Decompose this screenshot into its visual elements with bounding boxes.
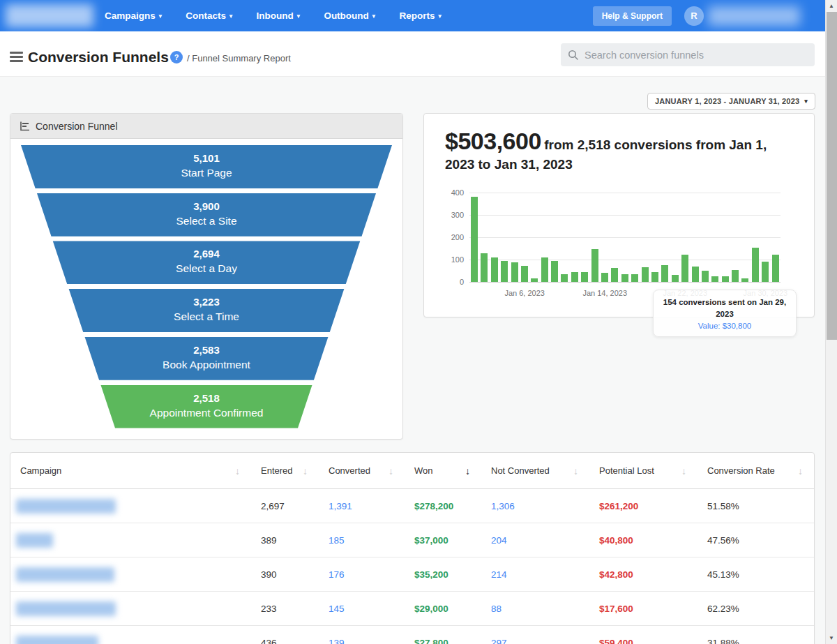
user-avatar[interactable]: R (684, 6, 704, 26)
campaign-link-redacted[interactable] (16, 533, 53, 548)
summary-headline: $503,600 from 2,518 conversions from Jan… (424, 114, 814, 172)
chart-bar-jan-29-2023[interactable] (752, 248, 759, 282)
cell-converted[interactable]: 1,391 (319, 501, 405, 511)
hamburger-menu-icon[interactable] (10, 52, 23, 62)
chart-bar-jan-14-2023[interactable] (601, 273, 608, 282)
cell-not-converted[interactable]: 204 (481, 535, 589, 546)
cell-campaign (10, 636, 251, 644)
cell-not-converted[interactable]: 297 (481, 638, 589, 644)
column-label: Campaign (20, 465, 61, 476)
chart-bar-jan-24-2023[interactable] (702, 271, 709, 282)
column-header-campaign[interactable]: Campaign↓ (10, 453, 251, 488)
campaign-link-redacted[interactable] (16, 636, 98, 644)
sort-arrow-icon[interactable]: ↓ (681, 465, 686, 477)
nav-item-outbound[interactable]: Outbound▾ (324, 10, 375, 21)
chart-bar-jan-5-2023[interactable] (511, 262, 518, 282)
chart-bar-jan-23-2023[interactable] (692, 267, 699, 282)
column-header-conversion-rate[interactable]: Conversion Rate↓ (698, 453, 814, 488)
chart-bar-jan-22-2023[interactable] (681, 255, 688, 282)
chart-bar-jan-17-2023[interactable] (631, 274, 638, 282)
funnel-stage-5[interactable]: 2,583Book Appointment (10, 337, 402, 380)
chart-bar-jan-19-2023[interactable] (651, 272, 658, 282)
chart-bar-jan-13-2023[interactable] (591, 249, 598, 282)
chart-bar-jan-25-2023[interactable] (711, 276, 718, 282)
stage-value: 2,518 (10, 392, 402, 404)
column-label: Entered (261, 465, 293, 476)
nav-item-label: Campaigns (105, 10, 156, 21)
chart-bar-jan-9-2023[interactable] (551, 261, 558, 282)
chart-bar-jan-8-2023[interactable] (541, 257, 548, 282)
scrollbar-up-arrow[interactable]: ▲ (826, 0, 837, 12)
sort-arrow-icon[interactable]: ↓ (573, 465, 578, 477)
sort-arrow-icon[interactable]: ↓ (798, 465, 803, 477)
chart-bar-jan-11-2023[interactable] (571, 272, 578, 282)
user-name-redacted[interactable] (708, 6, 800, 26)
campaign-link-redacted[interactable] (16, 567, 114, 582)
sort-arrow-active-icon[interactable]: ↓ (465, 465, 470, 477)
cell-converted[interactable]: 139 (319, 638, 405, 644)
cell-not-converted[interactable]: 214 (481, 569, 589, 580)
column-header-won[interactable]: Won↓ (405, 453, 481, 488)
nav-item-campaigns[interactable]: Campaigns▾ (105, 10, 162, 21)
chart-gridline (469, 215, 781, 216)
search-input[interactable] (585, 50, 794, 61)
chart-bar-jan-27-2023[interactable] (732, 270, 739, 282)
chart-bar-jan-2-2023[interactable] (481, 253, 488, 282)
cell-potential-lost: $17,600 (589, 604, 698, 614)
column-header-potential-lost[interactable]: Potential Lost↓ (589, 453, 698, 488)
chart-bar-jan-28-2023[interactable] (741, 278, 748, 282)
funnel-stage-3[interactable]: 2,694Select a Day (10, 241, 402, 284)
date-range-selector[interactable]: JANUARY 1, 2023 - JANUARY 31, 2023 ▾ (647, 93, 815, 110)
cell-conversion-rate: 31.88% (698, 638, 814, 644)
scrollbar-thumb[interactable] (827, 12, 837, 340)
nav-item-inbound[interactable]: Inbound▾ (257, 10, 301, 21)
chart-bar-jan-18-2023[interactable] (642, 267, 649, 282)
cell-converted[interactable]: 176 (319, 569, 405, 580)
chart-bar-jan-30-2023[interactable] (762, 262, 769, 282)
sort-arrow-icon[interactable]: ↓ (389, 465, 393, 477)
column-header-entered[interactable]: Entered↓ (251, 453, 319, 488)
cell-entered: 2,697 (251, 501, 319, 511)
chart-bar-jan-21-2023[interactable] (672, 275, 679, 282)
chart-bar-jan-3-2023[interactable] (491, 257, 498, 282)
cell-campaign (10, 567, 251, 582)
chart-bar-jan-6-2023[interactable] (521, 266, 528, 282)
cell-not-converted[interactable]: 88 (481, 604, 589, 614)
chart-bar-jan-20-2023[interactable] (661, 265, 668, 282)
stage-value: 3,900 (10, 200, 402, 212)
campaign-link-redacted[interactable] (16, 601, 116, 616)
chart-gridline (469, 260, 781, 260)
sort-arrow-icon[interactable]: ↓ (235, 465, 240, 477)
help-question-icon[interactable]: ? (170, 51, 183, 63)
cell-converted[interactable]: 185 (319, 535, 405, 546)
stage-label: Select a Time (10, 310, 402, 323)
chart-bar-jan-1-2023[interactable] (471, 197, 478, 282)
campaign-link-redacted[interactable] (16, 499, 116, 514)
nav-item-reports[interactable]: Reports▾ (399, 10, 442, 21)
funnel-stage-4[interactable]: 3,223Select a Time (10, 289, 402, 332)
funnel-stage-6[interactable]: 2,518Appointment Confirmed (10, 385, 402, 428)
cell-converted[interactable]: 145 (319, 604, 405, 614)
chart-bar-jan-7-2023[interactable] (531, 278, 538, 282)
table-row: 390176$35,200214$42,80045.13% (10, 557, 814, 592)
scrollbar-down-arrow[interactable]: ▼ (826, 632, 837, 644)
nav-item-contacts[interactable]: Contacts▾ (186, 10, 232, 21)
app-logo[interactable] (6, 4, 93, 27)
chart-gridline (469, 282, 781, 283)
chart-bar-jan-31-2023[interactable] (772, 255, 779, 282)
y-axis-tick: 0 (436, 278, 464, 286)
column-header-converted[interactable]: Converted↓ (319, 453, 405, 488)
chart-bar-jan-16-2023[interactable] (621, 274, 628, 282)
funnel-stage-2[interactable]: 3,900Select a Site (10, 193, 402, 237)
chart-bar-jan-26-2023[interactable] (722, 276, 729, 282)
funnel-stage-1[interactable]: 5,101Start Page (10, 145, 402, 188)
chart-bar-jan-10-2023[interactable] (561, 274, 568, 282)
sort-arrow-icon[interactable]: ↓ (303, 465, 308, 477)
help-support-button[interactable]: Help & Support (593, 6, 672, 26)
chart-bar-jan-15-2023[interactable] (611, 268, 618, 282)
chart-bar-jan-12-2023[interactable] (581, 272, 588, 282)
cell-not-converted[interactable]: 1,306 (481, 501, 589, 511)
chart-bar-jan-4-2023[interactable] (501, 261, 508, 282)
caret-down-icon: ▾ (297, 13, 301, 20)
column-header-not-converted[interactable]: Not Converted↓ (481, 453, 589, 488)
